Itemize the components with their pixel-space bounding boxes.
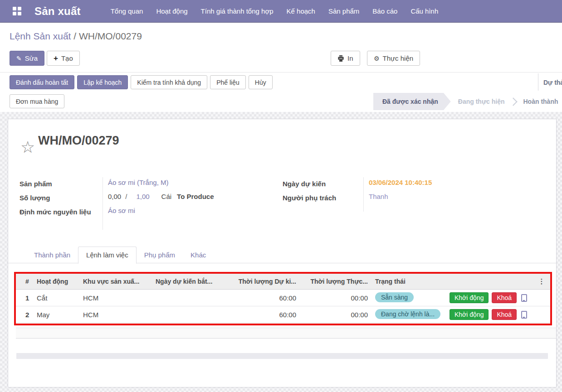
- col-header-status: Trạng thái: [371, 278, 446, 285]
- row-expected-duration: 60:00: [227, 294, 299, 302]
- row-index: 2: [16, 311, 34, 319]
- app-brand[interactable]: Sản xuất: [34, 5, 81, 18]
- table-row[interactable]: 1 Cắt HCM 60:00 00:00 Sẵn sàng Khởi động…: [16, 290, 550, 306]
- field-column-separator-right: [363, 177, 364, 212]
- breadcrumb: Lệnh Sản xuất / WH/MO/00279: [10, 31, 142, 42]
- chevron-right-icon: [509, 97, 517, 106]
- pencil-icon: ✎: [16, 55, 22, 62]
- product-value-link[interactable]: Áo sơ mi (Trắng, M): [108, 179, 168, 186]
- table-footer-row: [16, 328, 556, 339]
- row-real-duration: 00:00: [299, 294, 371, 302]
- block-button[interactable]: Khoá: [492, 309, 517, 320]
- menu-costing[interactable]: Tính giá thành tổng hợp: [200, 5, 274, 17]
- manufacturing-order-page: Sản xuất Tổng quan Hoạt động Tính giá th…: [0, 0, 562, 392]
- tab-misc[interactable]: Khác: [183, 247, 214, 263]
- tab-byproducts[interactable]: Phụ phẩm: [137, 247, 183, 263]
- stage-done[interactable]: Hoàn thành: [523, 98, 558, 105]
- status-badge: Sẵn sàng: [375, 292, 414, 302]
- work-orders-table: # Hoạt động Khu vực sản xuấ... Ngày dự k…: [16, 273, 550, 323]
- main-menu: Tổng quan Hoạt động Tính giá thành tổng …: [110, 5, 440, 17]
- menu-planning[interactable]: Kế hoạch: [286, 5, 316, 17]
- breadcrumb-separator: /: [71, 31, 79, 41]
- menu-reporting[interactable]: Báo cáo: [371, 5, 398, 17]
- start-button[interactable]: Khởi động: [450, 309, 489, 320]
- responsible-label: Người phụ trách: [283, 193, 361, 203]
- tab-components[interactable]: Thành phần: [26, 247, 78, 263]
- row-expected-duration: 60:00: [227, 311, 299, 319]
- col-header-expected-duration: Thời lượng Dự ki...: [227, 278, 299, 285]
- bom-label: Định mức nguyên liệu: [20, 207, 98, 217]
- tablet-icon[interactable]: [521, 311, 527, 319]
- action-gear-button[interactable]: ⚙ Thực hiện: [367, 51, 420, 66]
- workflow-buttons-row2: Đơn mua hàng: [10, 94, 64, 108]
- form-sheet: ☆ WH/MO/00279 Sản phẩm Số lượng Định mức…: [8, 119, 557, 387]
- tablet-icon[interactable]: [521, 294, 527, 302]
- check-availability-button[interactable]: Kiểm tra tính khả dụng: [131, 75, 207, 89]
- star-icon[interactable]: ☆: [20, 139, 35, 155]
- edit-button[interactable]: ✎ Sửa: [10, 51, 44, 66]
- apps-grid-icon[interactable]: [13, 7, 21, 15]
- purchase-order-button[interactable]: Đơn mua hàng: [10, 94, 64, 108]
- menu-products[interactable]: Sản phẩm: [327, 5, 360, 17]
- mark-done-button[interactable]: Đánh dấu hoàn tất: [10, 75, 74, 89]
- cancel-button[interactable]: Hủy: [249, 75, 273, 89]
- stage-draft[interactable]: Dự thảo: [543, 79, 562, 86]
- stage-in-progress[interactable]: Đang thực hiện: [458, 98, 505, 105]
- to-produce-tag: To Produce: [177, 193, 214, 200]
- statusbar-divider: [538, 73, 538, 91]
- create-button[interactable]: + Tạo: [47, 51, 80, 66]
- row-workcenter: HCM: [83, 311, 156, 319]
- row-workcenter: HCM: [83, 294, 156, 302]
- col-header-activity: Hoạt động: [34, 278, 83, 285]
- col-header-real-duration: Thời lượng Thực...: [299, 278, 371, 285]
- plus-icon: +: [54, 54, 58, 62]
- scrap-button[interactable]: Phế liệu: [210, 75, 246, 89]
- block-button[interactable]: Khoá: [492, 292, 517, 303]
- menu-overview[interactable]: Tổng quan: [110, 5, 144, 17]
- top-navbar: Sản xuất Tổng quan Hoạt động Tính giá th…: [0, 0, 562, 23]
- plan-button[interactable]: Lập kế hoạch: [77, 75, 128, 89]
- start-button[interactable]: Khởi động: [450, 292, 489, 303]
- tab-work-orders[interactable]: Lệnh làm việc: [78, 247, 137, 264]
- row-real-duration: 00:00: [299, 311, 371, 319]
- status-badge: Đang chờ lệnh là...: [375, 309, 440, 319]
- product-label: Sản phẩm: [20, 179, 98, 189]
- gear-icon: ⚙: [374, 55, 380, 62]
- row-activity: May: [34, 311, 83, 319]
- breadcrumb-current: WH/MO/00279: [79, 31, 142, 41]
- notebook-tabs: Thành phần Lệnh làm việc Phụ phẩm Khác: [26, 247, 214, 263]
- header-divider: [0, 72, 562, 73]
- bom-value-link[interactable]: Áo sơ mi: [108, 207, 135, 214]
- record-title: WH/MO/00279: [38, 134, 119, 148]
- table-row[interactable]: 2 May HCM 60:00 00:00 Đang chờ lệnh là..…: [16, 306, 550, 323]
- field-column-separator-left: [103, 177, 103, 230]
- col-header-index: #: [16, 278, 34, 285]
- table-header-row: # Hoạt động Khu vực sản xuấ... Ngày dự k…: [16, 273, 550, 290]
- col-header-start-date: Ngày dự kiến bắt...: [156, 278, 227, 285]
- quantity-total: 1,00: [136, 193, 149, 200]
- menu-configuration[interactable]: Cấu hình: [410, 5, 439, 17]
- statusbar: Đã được xác nhận Đang thực hiện Hoàn thà…: [373, 93, 558, 110]
- workflow-buttons-row1: Đánh dấu hoàn tất Lập kế hoạch Kiểm tra …: [10, 75, 273, 89]
- printer-icon: [337, 55, 344, 62]
- quantity-label: Số lượng: [20, 193, 98, 203]
- quantity-produced: 0,00: [108, 193, 121, 200]
- row-activity: Cắt: [34, 294, 83, 302]
- stage-confirmed[interactable]: Đã được xác nhận: [373, 93, 451, 110]
- kebab-icon[interactable]: ⋮: [538, 277, 545, 286]
- menu-operations[interactable]: Hoạt động: [155, 5, 188, 17]
- quantity-uom: Cái: [161, 193, 172, 200]
- responsible-value: Thanh: [369, 193, 388, 200]
- print-button[interactable]: In: [331, 51, 360, 66]
- quantity-value: 0,00 / 1,00 Cái To Produce: [108, 193, 214, 200]
- horizontal-scrollbar[interactable]: [16, 353, 548, 359]
- row-index: 1: [16, 294, 34, 302]
- date-label: Ngày dự kiến: [283, 179, 361, 189]
- quantity-separator: /: [125, 193, 127, 200]
- date-value: 03/06/2024 10:40:15: [369, 179, 432, 186]
- col-header-workcenter: Khu vực sản xuấ...: [83, 278, 156, 285]
- breadcrumb-parent[interactable]: Lệnh Sản xuất: [10, 31, 71, 41]
